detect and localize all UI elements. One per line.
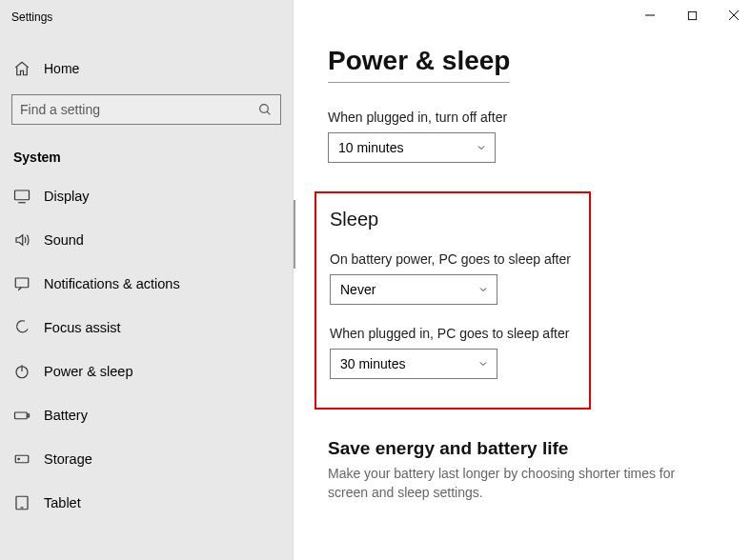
sidebar-section-label: System [0, 132, 293, 170]
save-energy-heading: Save energy and battery life [328, 438, 717, 459]
chevron-down-icon [476, 142, 487, 153]
sidebar-item-display[interactable]: Display [0, 174, 293, 218]
sleep-plugged-value: 30 minutes [340, 356, 405, 371]
focus-assist-icon [13, 319, 30, 336]
storage-icon [13, 450, 30, 468]
sidebar-item-label: Focus assist [44, 320, 121, 335]
sleep-heading: Sleep [330, 209, 576, 230]
chevron-down-icon [477, 358, 489, 370]
chevron-down-icon [477, 284, 489, 295]
sidebar-item-label: Display [44, 189, 90, 204]
screen-plugged-value: 10 minutes [338, 140, 403, 155]
screen-plugged-select[interactable]: 10 minutes [328, 132, 496, 163]
sleep-highlight: Sleep On battery power, PC goes to sleep… [315, 191, 591, 410]
main: Power & sleep When plugged in, turn off … [294, 0, 751, 560]
sleep-battery-label: On battery power, PC goes to sleep after [330, 251, 576, 267]
sleep-battery-select[interactable]: Never [330, 274, 497, 305]
maximize-button[interactable] [682, 6, 701, 25]
sleep-plugged-select[interactable]: 30 minutes [330, 349, 497, 379]
svg-rect-7 [15, 412, 28, 419]
svg-point-10 [18, 458, 20, 460]
sidebar-item-storage[interactable]: Storage [0, 437, 293, 481]
scroll-indicator [294, 200, 295, 269]
sidebar-item-notifications[interactable]: Notifications & actions [0, 262, 293, 306]
sidebar-item-label: Notifications & actions [44, 276, 180, 291]
svg-rect-9 [15, 455, 29, 463]
home-icon [13, 60, 30, 77]
nav-list: Display Sound Notifications & actions Fo… [0, 174, 293, 525]
svg-line-1 [267, 111, 270, 114]
sidebar-item-label: Tablet [44, 495, 81, 510]
minimize-button[interactable] [640, 6, 660, 25]
svg-rect-14 [688, 11, 696, 19]
svg-point-0 [260, 105, 269, 113]
tablet-icon [13, 494, 30, 511]
search-box[interactable] [11, 94, 281, 125]
notifications-icon [13, 275, 30, 292]
sidebar-item-sound[interactable]: Sound [0, 218, 293, 262]
sidebar-item-power-sleep[interactable]: Power & sleep [0, 350, 293, 393]
sleep-plugged-label: When plugged in, PC goes to sleep after [330, 326, 576, 341]
sidebar-item-label: Storage [44, 451, 92, 467]
search-icon [257, 102, 273, 117]
display-icon [13, 188, 30, 205]
svg-rect-4 [15, 278, 29, 288]
battery-icon [13, 407, 30, 424]
close-button[interactable] [724, 6, 743, 25]
screen-plugged-label: When plugged in, turn off after [328, 110, 717, 125]
svg-rect-8 [28, 414, 30, 417]
sidebar-item-label: Sound [44, 232, 84, 248]
search-wrap [0, 87, 293, 132]
sound-icon [13, 231, 30, 249]
sidebar-item-battery[interactable]: Battery [0, 393, 293, 437]
svg-rect-2 [15, 190, 30, 200]
sidebar-item-label: Power & sleep [44, 364, 133, 379]
sidebar: Settings Home System Display [0, 0, 294, 560]
home-nav[interactable]: Home [0, 50, 293, 87]
window-title: Settings [0, 8, 293, 33]
search-input[interactable] [20, 102, 257, 117]
sidebar-item-focus-assist[interactable]: Focus assist [0, 306, 293, 350]
power-icon [13, 363, 30, 380]
page-title: Power & sleep [328, 46, 510, 83]
sidebar-item-tablet[interactable]: Tablet [0, 481, 293, 525]
sleep-battery-value: Never [340, 282, 376, 297]
window-controls [640, 6, 743, 25]
home-label: Home [44, 61, 79, 76]
sidebar-item-label: Battery [44, 408, 88, 423]
save-energy-sub: Make your battery last longer by choosin… [328, 465, 717, 502]
